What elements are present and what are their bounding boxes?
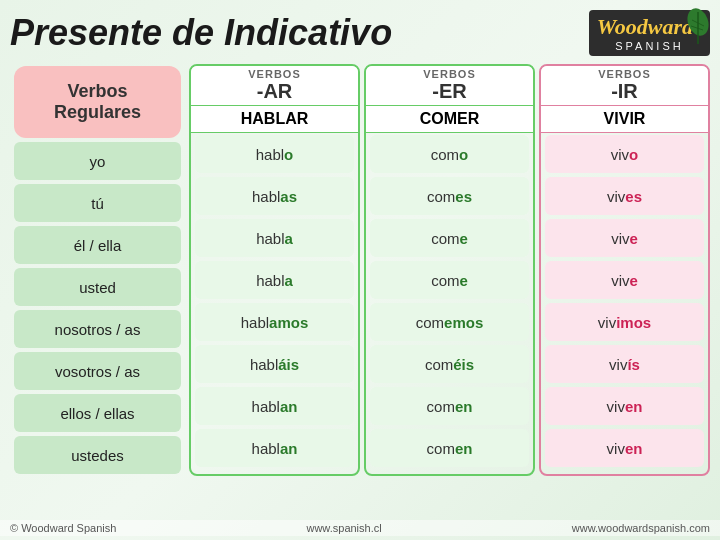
subject-nosotros: nosotros / as bbox=[14, 310, 181, 348]
footer-right: www.woodwardspanish.com bbox=[572, 522, 710, 534]
ar-verb-name: HABLAR bbox=[191, 105, 358, 133]
subject-yo: yo bbox=[14, 142, 181, 180]
ar-conj-1: hablas bbox=[195, 177, 354, 215]
ir-verb-name: VIVIR bbox=[541, 105, 708, 133]
subject-ustedes: ustedes bbox=[14, 436, 181, 474]
subject-ellos: ellos / ellas bbox=[14, 394, 181, 432]
ir-conj-1: vives bbox=[545, 177, 704, 215]
ar-conj-0: hablo bbox=[195, 135, 354, 173]
ir-column: VERBOS -IR VIVIR vivo vives vive vive vi… bbox=[539, 64, 710, 476]
verbos-regulares-header: VerbosRegulares bbox=[14, 66, 181, 138]
ir-conj-7: viven bbox=[545, 429, 704, 467]
ir-conj-4: vivimos bbox=[545, 303, 704, 341]
subject-tu: tú bbox=[14, 184, 181, 222]
subject-usted: usted bbox=[14, 268, 181, 306]
er-conj-0: como bbox=[370, 135, 529, 173]
logo-brand: Woodward® bbox=[597, 14, 702, 40]
er-conj-1: comes bbox=[370, 177, 529, 215]
ir-conj-5: vivís bbox=[545, 345, 704, 383]
ir-conj-2: vive bbox=[545, 219, 704, 257]
er-header: VERBOS -ER bbox=[366, 66, 533, 105]
ir-conj-6: viven bbox=[545, 387, 704, 425]
subject-vosotros: vosotros / as bbox=[14, 352, 181, 390]
ar-conj-7: hablan bbox=[195, 429, 354, 467]
footer-left: © Woodward Spanish bbox=[10, 522, 116, 534]
ir-conj-0: vivo bbox=[545, 135, 704, 173]
er-conj-3: come bbox=[370, 261, 529, 299]
er-type-label: -ER bbox=[366, 80, 533, 103]
ar-column: VERBOS -AR HABLAR hablo hablas habla hab… bbox=[189, 64, 360, 476]
er-conj-2: come bbox=[370, 219, 529, 257]
main-title: Presente de Indicativo bbox=[10, 12, 392, 54]
ir-type-label: -IR bbox=[541, 80, 708, 103]
logo: Woodward® SPANISH bbox=[589, 10, 710, 56]
ar-conj-2: habla bbox=[195, 219, 354, 257]
er-verb-name: COMER bbox=[366, 105, 533, 133]
subject-el-ella: él / ella bbox=[14, 226, 181, 264]
ir-header: VERBOS -IR bbox=[541, 66, 708, 105]
footer: © Woodward Spanish www.spanish.cl www.wo… bbox=[0, 520, 720, 536]
ar-conj-5: habláis bbox=[195, 345, 354, 383]
conjugation-table: VerbosRegulares yo tú él / ella usted no… bbox=[10, 64, 710, 476]
ar-verbos-label: VERBOS bbox=[191, 68, 358, 80]
er-conj-6: comen bbox=[370, 387, 529, 425]
er-column: VERBOS -ER COMER como comes come come co… bbox=[364, 64, 535, 476]
footer-center: www.spanish.cl bbox=[306, 522, 381, 534]
ar-type-label: -AR bbox=[191, 80, 358, 103]
header: Presente de Indicativo Woodward® SPANISH bbox=[10, 10, 710, 56]
page: Presente de Indicativo Woodward® SPANISH… bbox=[0, 0, 720, 540]
ar-conj-4: hablamos bbox=[195, 303, 354, 341]
er-conj-5: coméis bbox=[370, 345, 529, 383]
ir-verbos-label: VERBOS bbox=[541, 68, 708, 80]
ar-header: VERBOS -AR bbox=[191, 66, 358, 105]
er-conj-7: comen bbox=[370, 429, 529, 467]
subject-column: VerbosRegulares yo tú él / ella usted no… bbox=[10, 64, 185, 476]
verbos-regulares-label: VerbosRegulares bbox=[54, 81, 141, 123]
ar-conj-3: habla bbox=[195, 261, 354, 299]
ir-conj-3: vive bbox=[545, 261, 704, 299]
er-conj-4: comemos bbox=[370, 303, 529, 341]
ar-conj-6: hablan bbox=[195, 387, 354, 425]
er-verbos-label: VERBOS bbox=[366, 68, 533, 80]
